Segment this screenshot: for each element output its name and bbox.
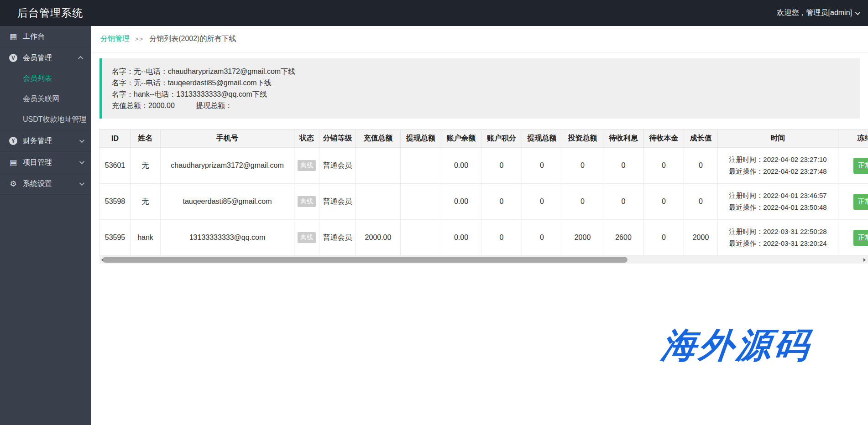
- cell-recharge: [356, 148, 401, 184]
- cell-balance: 0.00: [441, 148, 481, 184]
- sidebar-item-usdt-address[interactable]: USDT收款地址管理: [0, 109, 91, 130]
- register-time: 注册时间：2022-04-02 23:27:10: [718, 154, 838, 166]
- cell-time: 注册时间：2022-04-02 23:27:10 最近操作：2022-04-02…: [718, 148, 838, 184]
- table-row: 53598 无 tauqeerdasti85@gmail.com 离线 普通会员…: [100, 184, 868, 220]
- cell-growth: 2000: [684, 220, 718, 256]
- sidebar-item-label: 项目管理: [23, 158, 52, 167]
- sidebar-subitem-label: USDT收款地址管理: [23, 115, 87, 124]
- freeze-status-button[interactable]: 正常: [853, 158, 868, 174]
- cell-withdraw-a: [401, 148, 441, 184]
- register-time: 注册时间：2022-03-31 22:50:28: [718, 226, 838, 238]
- col-header-status: 状态: [294, 130, 319, 148]
- summary-totals: 充值总额：2000.00 提现总额：: [112, 100, 850, 111]
- cell-time: 注册时间：2022-04-01 23:46:57 最近操作：2022-04-01…: [718, 184, 838, 220]
- cell-balance: 0.00: [441, 184, 481, 220]
- cell-level: 普通会员: [319, 220, 356, 256]
- cell-principal: 0: [644, 184, 684, 220]
- sidebar: ▦ 工作台 V 会员管理 会员列表 会员关联网 USDT收款地址管理 ¥ 财务管…: [0, 26, 91, 425]
- scrollbar-thumb[interactable]: [103, 257, 627, 263]
- chevron-down-icon: [855, 10, 860, 15]
- cell-withdraw-b: 0: [522, 220, 562, 256]
- last-operation-time: 最近操作：2022-03-31 23:20:24: [718, 238, 838, 249]
- col-header-growth: 成长值: [684, 130, 718, 148]
- chevron-up-icon: [78, 56, 83, 61]
- col-header-recharge: 充值总额: [356, 130, 401, 148]
- cell-points: 0: [481, 148, 522, 184]
- nav-group-member: V 会员管理 会员列表 会员关联网 USDT收款地址管理: [0, 47, 91, 130]
- cell-withdraw-a: [401, 184, 441, 220]
- summary-line: 名字：无--电话：chaudharyprizam3172@gmail.com下线: [112, 66, 850, 77]
- cell-growth: 0: [684, 148, 718, 184]
- cell-level: 普通会员: [319, 184, 356, 220]
- cell-points: 0: [481, 220, 522, 256]
- sidebar-item-member-list[interactable]: 会员列表: [0, 68, 91, 89]
- cell-time: 注册时间：2022-03-31 22:50:28 最近操作：2022-03-31…: [718, 220, 838, 256]
- cell-interest: 0: [603, 148, 644, 184]
- sidebar-item-member-network[interactable]: 会员关联网: [0, 89, 91, 109]
- register-time: 注册时间：2022-04-01 23:46:57: [718, 190, 838, 202]
- horizontal-scrollbar[interactable]: [99, 256, 868, 264]
- cell-phone: chaudharyprizam3172@gmail.com: [161, 148, 294, 184]
- member-table: ID 姓名 手机号 状态 分销等级 充值总额 提现总额 账户余额 账户积分 提现…: [99, 129, 868, 256]
- col-header-freeze: 冻结: [838, 130, 868, 148]
- sidebar-item-label: 系统设置: [23, 179, 52, 189]
- watermark-text: 海外源码: [659, 322, 814, 369]
- summary-line: 名字：无--电话：tauqeerdasti85@gmail.com下线: [112, 77, 850, 88]
- cell-phone: 13133333333@qq.com: [161, 220, 294, 256]
- cell-name: hank: [131, 220, 161, 256]
- freeze-status-button[interactable]: 正常: [853, 194, 868, 210]
- sidebar-item-workbench[interactable]: ▦ 工作台: [0, 26, 91, 47]
- cell-points: 0: [481, 184, 522, 220]
- col-header-id: ID: [100, 130, 131, 148]
- table-row: 53601 无 chaudharyprizam3172@gmail.com 离线…: [100, 148, 868, 184]
- nav-group-finance: ¥ 财务管理: [0, 130, 91, 152]
- status-badge: 离线: [298, 196, 316, 207]
- cell-recharge: [356, 184, 401, 220]
- cell-recharge: 2000.00: [356, 220, 401, 256]
- withdraw-total: 提现总额：: [196, 102, 232, 109]
- sidebar-item-system-settings[interactable]: ⚙ 系统设置: [0, 173, 91, 194]
- freeze-status-button[interactable]: 正常: [853, 230, 868, 246]
- table-row: 53595 hank 13133333333@qq.com 离线 普通会员 20…: [100, 220, 868, 256]
- main-content: 分销管理 >> 分销列表(2002)的所有下线 名字：无--电话：chaudha…: [91, 26, 868, 425]
- scroll-right-arrow-icon[interactable]: [863, 258, 866, 262]
- finance-icon: ¥: [8, 137, 18, 145]
- chevron-down-icon: [79, 181, 84, 186]
- sidebar-item-project-mgmt[interactable]: ▤ 项目管理: [0, 152, 91, 173]
- cell-interest: 2600: [603, 220, 644, 256]
- col-header-level: 分销等级: [319, 130, 356, 148]
- col-header-invest: 投资总额: [562, 130, 603, 148]
- breadcrumb: 分销管理 >> 分销列表(2002)的所有下线: [91, 26, 868, 52]
- cell-id: 53601: [100, 148, 131, 184]
- chevron-down-icon: [79, 138, 84, 143]
- cell-principal: 0: [644, 148, 684, 184]
- sidebar-item-label: 工作台: [23, 32, 45, 41]
- page-title: 分销列表(2002)的所有下线: [149, 34, 236, 44]
- chevron-down-icon: [79, 159, 84, 164]
- status-badge: 离线: [298, 232, 316, 243]
- cell-withdraw-b: 0: [522, 148, 562, 184]
- sidebar-item-member-mgmt[interactable]: V 会员管理: [0, 47, 91, 68]
- status-badge: 离线: [298, 160, 316, 171]
- sidebar-subitem-label: 会员列表: [23, 74, 52, 83]
- cell-status: 离线: [294, 148, 319, 184]
- cell-balance: 0.00: [441, 220, 481, 256]
- gear-icon: ⚙: [8, 179, 18, 189]
- cell-status: 离线: [294, 184, 319, 220]
- welcome-text: 欢迎您，管理员[admin]: [777, 8, 852, 18]
- cell-withdraw-b: 0: [522, 184, 562, 220]
- cell-invest: 0: [562, 184, 603, 220]
- sidebar-item-label: 会员管理: [23, 53, 52, 63]
- cell-invest: 0: [562, 148, 603, 184]
- cell-withdraw-a: [401, 220, 441, 256]
- col-header-withdraw-a: 提现总额: [401, 130, 441, 148]
- cell-name: 无: [131, 148, 161, 184]
- breadcrumb-parent-link[interactable]: 分销管理: [100, 34, 130, 44]
- col-header-balance: 账户余额: [441, 130, 481, 148]
- last-operation-time: 最近操作：2022-04-01 23:50:48: [718, 202, 838, 213]
- sidebar-item-finance-mgmt[interactable]: ¥ 财务管理: [0, 130, 91, 151]
- col-header-interest: 待收利息: [603, 130, 644, 148]
- cell-invest: 2000: [562, 220, 603, 256]
- sidebar-item-label: 财务管理: [23, 136, 52, 146]
- user-menu[interactable]: 欢迎您，管理员[admin]: [777, 8, 868, 18]
